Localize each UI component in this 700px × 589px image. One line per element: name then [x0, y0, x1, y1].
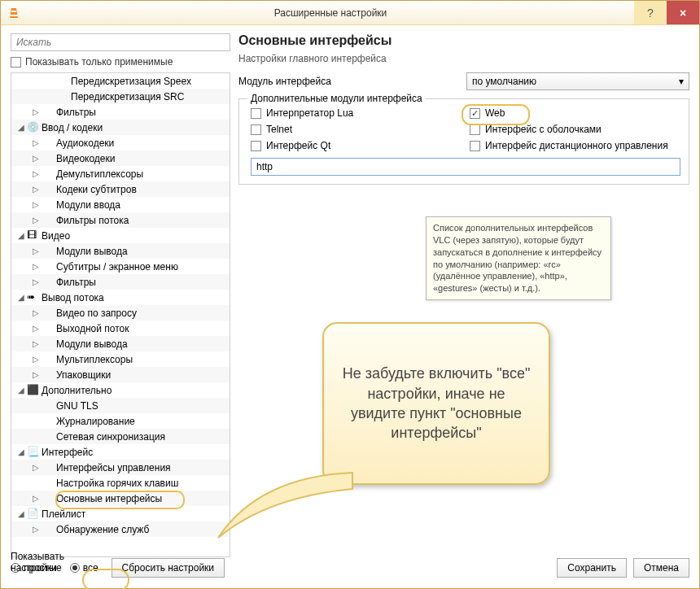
tree-label: Видео [42, 230, 70, 242]
tree-item[interactable]: Передискретизация Speex [11, 73, 230, 89]
interface-module-select[interactable]: по умолчанию ▾ [466, 72, 689, 90]
tree-item[interactable]: ▷Мультиплексоры [11, 351, 230, 367]
tree-icon [42, 307, 55, 320]
tree-item[interactable]: ▷Модули вывода [11, 336, 230, 351]
disclosure-icon: ▷ [31, 169, 40, 178]
tree-icon [42, 199, 55, 212]
tree-item[interactable]: ▷Интерфейсы управления [11, 460, 230, 475]
extra-interfaces-input[interactable] [251, 158, 680, 176]
tree-label: Модули вывода [56, 246, 128, 257]
tree-label: Основные интерфейсы [56, 493, 162, 504]
tree-icon: 📄 [27, 508, 40, 521]
disclosure-icon: ▷ [31, 216, 40, 225]
disclosure-icon: ▷ [31, 154, 40, 163]
disclosure-icon: ▷ [31, 463, 40, 472]
show-applicable-checkbox[interactable]: Показывать только применимые [11, 56, 230, 68]
cb-skins[interactable]: Интерфейс с оболочками [470, 124, 680, 135]
tree-item[interactable]: Передискретизация SRC [11, 89, 230, 104]
tree-icon [42, 245, 55, 258]
cb-telnet[interactable]: Telnet [251, 124, 462, 135]
disclosure-icon: ▷ [31, 138, 40, 147]
tree-icon [42, 477, 55, 490]
tree-icon: 🎞 [27, 229, 40, 242]
tree-label: Кодеки субтитров [56, 184, 137, 195]
tree-item[interactable]: ▷Субтитры / экранное меню [11, 259, 230, 274]
tree-item[interactable]: ▷Выходной поток [11, 321, 230, 336]
tree-label: Интерфейсы управления [56, 462, 171, 473]
tree-item[interactable]: Журналирование [11, 413, 230, 429]
tree-label: Фильтры [56, 277, 96, 288]
tree-item[interactable]: ▷Модули ввода [11, 197, 230, 212]
sidebar: Показывать только применимые Передискрет… [11, 33, 230, 557]
cb-web[interactable]: Web [470, 107, 680, 119]
tree-label: Журналирование [56, 416, 135, 427]
cb-qt[interactable]: Интерфейс Qt [251, 140, 462, 151]
tree-label: Выходной поток [56, 323, 129, 334]
extra-interfaces-group: Дополнительные модули интерфейса Интерпр… [238, 98, 689, 185]
tree-item[interactable]: ▷Видео по запросу [11, 305, 230, 321]
reset-button[interactable]: Сбросить настройки [112, 558, 225, 578]
tree-item[interactable]: ◢💿Ввод / кодеки [11, 120, 230, 135]
tree-item[interactable]: Сетевая синхронизация [11, 429, 230, 444]
tree-icon [42, 276, 55, 289]
cb-remote[interactable]: Интерфейс дистанционного управления [470, 140, 680, 151]
tree-item[interactable]: ▷Демультиплексоры [11, 166, 230, 181]
close-button[interactable]: × [667, 1, 699, 24]
tree-item[interactable]: ▷Упаковщики [11, 367, 230, 382]
settings-tree[interactable]: Передискретизация SpeexПередискретизация… [11, 72, 230, 557]
tree-icon: ➠ [27, 291, 40, 304]
tree-label: Фильтры потока [56, 215, 129, 226]
tree-icon [56, 75, 69, 88]
disclosure-icon: ◢ [16, 231, 25, 240]
tree-item[interactable]: Настройка горячих клавиш [11, 475, 230, 491]
tree-icon: 💿 [27, 121, 40, 134]
tree-item[interactable]: ◢⬛Дополнительно [11, 382, 230, 398]
disclosure-icon: ▷ [31, 355, 40, 364]
titlebar: Расширенные настройки ? × [1, 1, 699, 25]
tree-item[interactable]: ▷Обнаружение служб [11, 521, 230, 537]
disclosure-icon: ▷ [31, 277, 40, 286]
tree-label: Вывод потока [42, 292, 104, 303]
tree-item[interactable]: ◢📄Плейлист [11, 506, 230, 521]
disclosure-icon: ▷ [31, 185, 40, 194]
tree-item[interactable]: ▷Основные интерфейсы [11, 491, 230, 506]
tree-item[interactable]: ▷Модули вывода [11, 243, 230, 259]
search-input[interactable] [11, 33, 230, 51]
tree-icon [42, 214, 55, 227]
tree-item[interactable]: ▷Видеокодеки [11, 151, 230, 166]
tree-item[interactable]: ◢📃Интерфейс [11, 444, 230, 460]
callout-text: Не забудьте включить "все" настройки, ин… [339, 364, 534, 443]
tree-label: Упаковщики [56, 369, 111, 381]
tree-item[interactable]: ▷Фильтры [11, 274, 230, 290]
tree-label: Интерфейс [42, 447, 93, 458]
disclosure-icon: ▷ [31, 107, 40, 116]
tree-item[interactable]: ◢➠Вывод потока [11, 290, 230, 305]
cancel-button[interactable]: Отмена [633, 558, 689, 578]
tree-item[interactable]: ▷Аудиокодеки [11, 135, 230, 151]
tree-icon [42, 106, 55, 119]
tree-icon: 📃 [27, 446, 40, 459]
tree-icon [42, 353, 55, 366]
vlc-icon [7, 7, 20, 20]
tree-label: Аудиокодеки [56, 137, 114, 149]
tree-item[interactable]: ▷Фильтры [11, 104, 230, 120]
svg-rect-2 [11, 11, 16, 12]
tree-label: Субтитры / экранное меню [56, 261, 178, 273]
footer: Показывать настройки простые все Сбросит… [11, 556, 689, 580]
tree-icon [42, 137, 55, 150]
tree-label: Мультиплексоры [56, 354, 133, 365]
tree-icon [42, 523, 55, 536]
cb-lua[interactable]: Интерпретатор Lua [251, 107, 462, 119]
group-legend: Дополнительные модули интерфейса [247, 93, 426, 104]
advanced-prefs-window: Расширенные настройки ? × Показывать тол… [0, 0, 700, 589]
help-button[interactable]: ? [634, 1, 667, 24]
tree-label: Настройка горячих клавиш [56, 478, 178, 489]
disclosure-icon: ◢ [16, 123, 25, 132]
tree-item[interactable]: ◢🎞Видео [11, 228, 230, 243]
tree-item[interactable]: ▷Фильтры потока [11, 212, 230, 228]
tree-item[interactable]: ▷Кодеки субтитров [11, 181, 230, 197]
tree-item[interactable]: GNU TLS [11, 398, 230, 413]
tree-icon [42, 430, 55, 443]
tree-label: Модули ввода [56, 199, 120, 211]
save-button[interactable]: Сохранить [557, 558, 627, 578]
